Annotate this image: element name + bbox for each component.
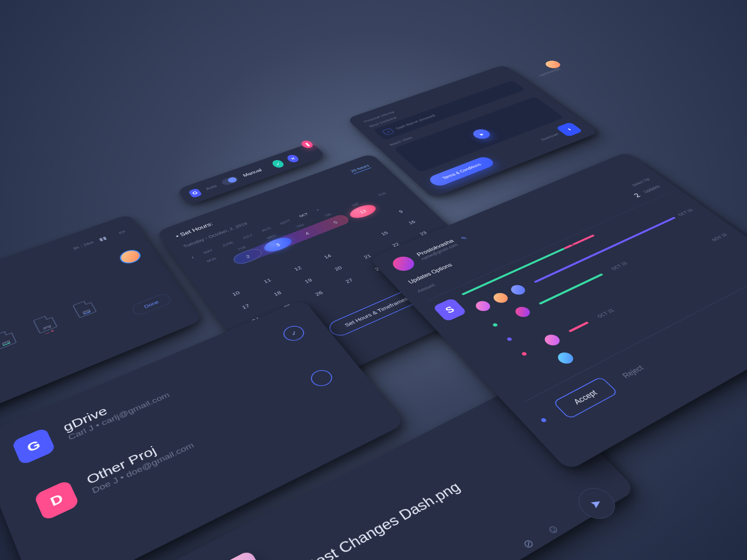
date-label: OCT 20 <box>677 208 694 217</box>
chevron-right-icon[interactable]: › <box>315 208 321 212</box>
status-dot <box>492 323 499 328</box>
select-options[interactable]: Select Op <box>631 177 651 187</box>
hours-badge[interactable]: 20 hours <box>350 164 372 175</box>
accept-button[interactable]: Accept <box>552 376 619 419</box>
avatar[interactable] <box>511 304 534 320</box>
provider-badge: G <box>11 427 56 465</box>
folder-icon[interactable]: ▭ <box>117 229 126 235</box>
date-label: OCT 15 <box>610 261 628 271</box>
costumer-label: costumer@h <box>538 67 562 77</box>
status-dot <box>521 351 528 356</box>
avatar[interactable] <box>540 332 564 349</box>
avatar[interactable] <box>543 59 563 70</box>
date-label: OCT 31 <box>596 308 616 319</box>
edit-icon[interactable]: ✎ <box>459 235 468 241</box>
date-label: NOV 10 <box>711 232 728 242</box>
provider-badge: D <box>34 480 80 521</box>
avatar[interactable] <box>554 350 578 367</box>
confirm-icon[interactable]: ✓ <box>270 159 286 168</box>
emoji-icon[interactable]: ☺ <box>543 521 563 538</box>
auto-label: Auto <box>205 184 218 191</box>
status-dot <box>506 337 513 342</box>
mode-switch[interactable] <box>220 175 240 186</box>
file-item[interactable]: png— ✕ <box>33 314 57 334</box>
avatar[interactable] <box>117 247 143 266</box>
reject-button[interactable]: Reject <box>620 364 646 380</box>
file-item[interactable]: png <box>72 299 97 318</box>
manual-label: Manual <box>242 168 263 178</box>
download-label: Download <box>540 133 560 141</box>
send-icon <box>588 497 606 511</box>
chevron-left-icon[interactable]: ‹ <box>190 255 195 260</box>
updates-label: Updates <box>642 184 661 194</box>
amount-value: 2 <box>632 192 642 199</box>
pause-icon[interactable]: ▮▮ <box>98 235 107 242</box>
play-icon[interactable]: ▶ <box>470 128 493 141</box>
cancel-icon[interactable]: ✕ <box>285 154 301 163</box>
g-icon: G <box>188 188 202 198</box>
check-icon: ✓ <box>382 128 395 135</box>
tag-icon[interactable]: ❚ <box>299 140 315 149</box>
upload-timer: 3h : 24m <box>72 240 95 251</box>
link-icon[interactable]: ⊘ <box>520 536 537 552</box>
file-thumbnail[interactable] <box>144 550 304 560</box>
file-item[interactable]: png <box>0 329 17 350</box>
send-button[interactable] <box>571 483 622 525</box>
timeline-card: Prostokvasha name@gmail.com ✎ Updates Op… <box>369 152 747 471</box>
close-icon[interactable]: — ✕ <box>44 329 55 335</box>
